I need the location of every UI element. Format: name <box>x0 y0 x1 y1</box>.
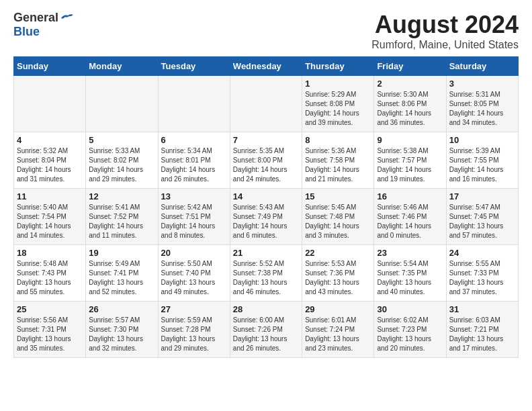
logo: General Blue <box>13 11 73 39</box>
calendar-cell: 14Sunrise: 5:43 AM Sunset: 7:49 PM Dayli… <box>230 189 302 245</box>
day-info: Sunrise: 5:46 AM Sunset: 7:46 PM Dayligh… <box>377 203 443 240</box>
calendar-cell: 6Sunrise: 5:34 AM Sunset: 8:01 PM Daylig… <box>158 132 230 189</box>
page-header: General Blue August 2024 Rumford, Maine,… <box>13 11 519 51</box>
day-info: Sunrise: 5:45 AM Sunset: 7:48 PM Dayligh… <box>305 203 371 240</box>
day-number: 7 <box>233 135 299 145</box>
calendar-cell: 9Sunrise: 5:38 AM Sunset: 7:57 PM Daylig… <box>374 132 446 189</box>
day-number: 10 <box>449 135 515 145</box>
logo-bird-icon <box>60 13 73 24</box>
weekday-header: Wednesday <box>230 57 302 76</box>
day-info: Sunrise: 5:55 AM Sunset: 7:33 PM Dayligh… <box>449 259 515 297</box>
day-header-row: SundayMondayTuesdayWednesdayThursdayFrid… <box>14 57 519 76</box>
calendar-cell <box>230 76 302 132</box>
calendar-table: SundayMondayTuesdayWednesdayThursdayFrid… <box>13 56 519 358</box>
weekday-header: Monday <box>86 57 158 76</box>
calendar-cell: 22Sunrise: 5:53 AM Sunset: 7:36 PM Dayli… <box>302 245 374 302</box>
calendar-cell: 2Sunrise: 5:30 AM Sunset: 8:06 PM Daylig… <box>374 76 446 132</box>
day-number: 14 <box>233 191 299 201</box>
day-number: 17 <box>449 191 515 201</box>
day-info: Sunrise: 6:01 AM Sunset: 7:24 PM Dayligh… <box>305 316 371 353</box>
day-number: 21 <box>233 248 299 258</box>
day-number: 12 <box>89 191 154 201</box>
day-number: 23 <box>377 248 443 258</box>
day-info: Sunrise: 5:43 AM Sunset: 7:49 PM Dayligh… <box>233 203 299 240</box>
day-number: 3 <box>449 79 515 89</box>
day-number: 31 <box>449 304 515 314</box>
day-number: 9 <box>377 135 443 145</box>
day-info: Sunrise: 5:42 AM Sunset: 7:51 PM Dayligh… <box>161 203 227 240</box>
day-info: Sunrise: 5:52 AM Sunset: 7:38 PM Dayligh… <box>233 259 299 297</box>
day-number: 2 <box>377 79 443 89</box>
day-info: Sunrise: 5:54 AM Sunset: 7:35 PM Dayligh… <box>377 259 443 297</box>
calendar-cell: 26Sunrise: 5:57 AM Sunset: 7:30 PM Dayli… <box>86 302 158 358</box>
calendar-cell: 28Sunrise: 6:00 AM Sunset: 7:26 PM Dayli… <box>230 302 302 358</box>
day-number: 1 <box>305 79 371 89</box>
calendar-cell: 23Sunrise: 5:54 AM Sunset: 7:35 PM Dayli… <box>374 245 446 302</box>
day-info: Sunrise: 5:31 AM Sunset: 8:05 PM Dayligh… <box>449 90 515 128</box>
calendar-cell: 11Sunrise: 5:40 AM Sunset: 7:54 PM Dayli… <box>14 189 86 245</box>
calendar-cell: 29Sunrise: 6:01 AM Sunset: 7:24 PM Dayli… <box>302 302 374 358</box>
calendar-cell: 12Sunrise: 5:41 AM Sunset: 7:52 PM Dayli… <box>86 189 158 245</box>
day-number: 26 <box>89 304 154 314</box>
calendar-cell: 27Sunrise: 5:59 AM Sunset: 7:28 PM Dayli… <box>158 302 230 358</box>
day-number: 6 <box>161 135 227 145</box>
title-block: August 2024 Rumford, Maine, United State… <box>371 11 519 51</box>
day-info: Sunrise: 5:56 AM Sunset: 7:31 PM Dayligh… <box>17 316 83 353</box>
day-info: Sunrise: 5:48 AM Sunset: 7:43 PM Dayligh… <box>17 259 83 297</box>
day-info: Sunrise: 5:57 AM Sunset: 7:30 PM Dayligh… <box>89 316 154 353</box>
calendar-cell: 5Sunrise: 5:33 AM Sunset: 8:02 PM Daylig… <box>86 132 158 189</box>
calendar-cell: 20Sunrise: 5:50 AM Sunset: 7:40 PM Dayli… <box>158 245 230 302</box>
day-info: Sunrise: 5:50 AM Sunset: 7:40 PM Dayligh… <box>161 259 227 297</box>
month-title: August 2024 <box>371 11 519 39</box>
calendar-week-row: 4Sunrise: 5:32 AM Sunset: 8:04 PM Daylig… <box>14 132 519 189</box>
location-title: Rumford, Maine, United States <box>371 39 519 51</box>
day-info: Sunrise: 5:41 AM Sunset: 7:52 PM Dayligh… <box>89 203 154 240</box>
day-info: Sunrise: 5:38 AM Sunset: 7:57 PM Dayligh… <box>377 146 443 184</box>
day-info: Sunrise: 5:59 AM Sunset: 7:28 PM Dayligh… <box>161 316 227 353</box>
day-info: Sunrise: 5:35 AM Sunset: 8:00 PM Dayligh… <box>233 146 299 184</box>
day-info: Sunrise: 5:47 AM Sunset: 7:45 PM Dayligh… <box>449 203 515 240</box>
logo-blue-text: Blue <box>13 25 40 39</box>
calendar-cell: 16Sunrise: 5:46 AM Sunset: 7:46 PM Dayli… <box>374 189 446 245</box>
day-info: Sunrise: 6:02 AM Sunset: 7:23 PM Dayligh… <box>377 316 443 353</box>
calendar-cell: 15Sunrise: 5:45 AM Sunset: 7:48 PM Dayli… <box>302 189 374 245</box>
day-info: Sunrise: 5:33 AM Sunset: 8:02 PM Dayligh… <box>89 146 154 184</box>
day-info: Sunrise: 5:34 AM Sunset: 8:01 PM Dayligh… <box>161 146 227 184</box>
day-info: Sunrise: 5:40 AM Sunset: 7:54 PM Dayligh… <box>17 203 83 240</box>
weekday-header: Saturday <box>446 57 518 76</box>
calendar-cell: 21Sunrise: 5:52 AM Sunset: 7:38 PM Dayli… <box>230 245 302 302</box>
calendar-cell: 25Sunrise: 5:56 AM Sunset: 7:31 PM Dayli… <box>14 302 86 358</box>
calendar-cell: 7Sunrise: 5:35 AM Sunset: 8:00 PM Daylig… <box>230 132 302 189</box>
calendar-cell: 4Sunrise: 5:32 AM Sunset: 8:04 PM Daylig… <box>14 132 86 189</box>
day-number: 16 <box>377 191 443 201</box>
day-number: 29 <box>305 304 371 314</box>
day-info: Sunrise: 6:03 AM Sunset: 7:21 PM Dayligh… <box>449 316 515 353</box>
day-number: 18 <box>17 248 83 258</box>
day-number: 22 <box>305 248 371 258</box>
day-number: 5 <box>89 135 154 145</box>
calendar-week-row: 1Sunrise: 5:29 AM Sunset: 8:08 PM Daylig… <box>14 76 519 132</box>
day-info: Sunrise: 5:53 AM Sunset: 7:36 PM Dayligh… <box>305 259 371 297</box>
calendar-cell: 10Sunrise: 5:39 AM Sunset: 7:55 PM Dayli… <box>446 132 518 189</box>
day-info: Sunrise: 5:30 AM Sunset: 8:06 PM Dayligh… <box>377 90 443 128</box>
day-number: 30 <box>377 304 443 314</box>
calendar-cell <box>158 76 230 132</box>
calendar-week-row: 11Sunrise: 5:40 AM Sunset: 7:54 PM Dayli… <box>14 189 519 245</box>
calendar-cell: 3Sunrise: 5:31 AM Sunset: 8:05 PM Daylig… <box>446 76 518 132</box>
day-number: 11 <box>17 191 83 201</box>
calendar-cell: 1Sunrise: 5:29 AM Sunset: 8:08 PM Daylig… <box>302 76 374 132</box>
day-number: 4 <box>17 135 83 145</box>
weekday-header: Friday <box>374 57 446 76</box>
day-info: Sunrise: 5:39 AM Sunset: 7:55 PM Dayligh… <box>449 146 515 184</box>
calendar-cell: 31Sunrise: 6:03 AM Sunset: 7:21 PM Dayli… <box>446 302 518 358</box>
calendar-cell: 19Sunrise: 5:49 AM Sunset: 7:41 PM Dayli… <box>86 245 158 302</box>
calendar-cell: 17Sunrise: 5:47 AM Sunset: 7:45 PM Dayli… <box>446 189 518 245</box>
day-number: 13 <box>161 191 227 201</box>
logo-general-text: General <box>13 11 58 25</box>
day-number: 24 <box>449 248 515 258</box>
calendar-cell: 24Sunrise: 5:55 AM Sunset: 7:33 PM Dayli… <box>446 245 518 302</box>
day-number: 15 <box>305 191 371 201</box>
calendar-cell: 13Sunrise: 5:42 AM Sunset: 7:51 PM Dayli… <box>158 189 230 245</box>
calendar-cell: 18Sunrise: 5:48 AM Sunset: 7:43 PM Dayli… <box>14 245 86 302</box>
day-info: Sunrise: 6:00 AM Sunset: 7:26 PM Dayligh… <box>233 316 299 353</box>
